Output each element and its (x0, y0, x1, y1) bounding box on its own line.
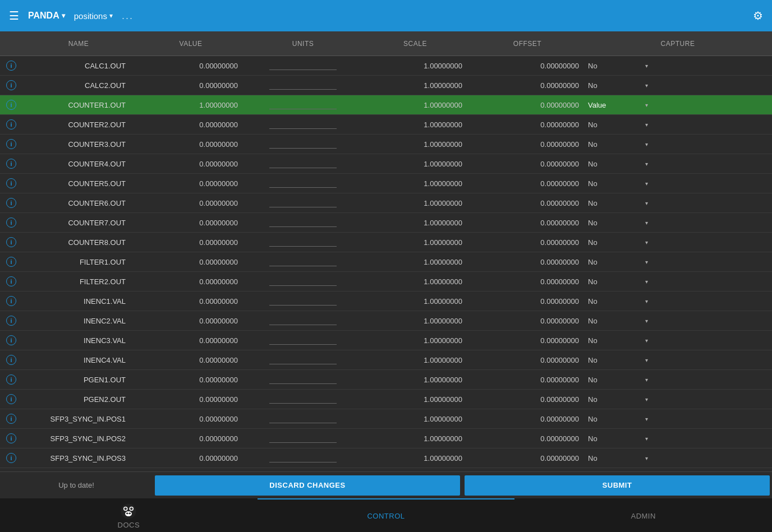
view-name-dropdown[interactable]: positions ▾ (74, 11, 113, 21)
capture-select[interactable]: NoValueDiffSumMeanMinMaxMin MaxMin Max M… (588, 179, 644, 188)
units-cell[interactable] (247, 140, 359, 149)
capture-cell[interactable]: NoValueDiffSumMeanMinMaxMin MaxMin Max M… (583, 121, 772, 129)
capture-select[interactable]: NoValueDiffSumMeanMinMaxMin MaxMin Max M… (588, 81, 644, 90)
info-icon[interactable]: i (6, 119, 16, 129)
units-cell[interactable] (247, 454, 359, 462)
capture-cell[interactable]: NoValueDiffSumMeanMinMaxMin MaxMin Max M… (583, 81, 772, 90)
units-cell[interactable] (247, 159, 359, 168)
capture-select[interactable]: NoValueDiffSumMeanMinMaxMin MaxMin Max M… (588, 376, 644, 384)
units-input[interactable] (269, 395, 337, 404)
capture-select[interactable]: NoValueDiffSumMeanMinMaxMin MaxMin Max M… (588, 62, 644, 70)
units-cell[interactable] (247, 355, 359, 364)
capture-cell[interactable]: NoValueDiffSumMeanMinMaxMin MaxMin Max M… (583, 238, 772, 247)
capture-select[interactable]: NoValueDiffSumMeanMinMaxMin MaxMin Max M… (588, 199, 644, 207)
capture-cell[interactable]: NoValueDiffSumMeanMinMaxMin MaxMin Max M… (583, 297, 772, 306)
capture-cell[interactable]: NoValueDiffSumMeanMinMaxMin MaxMin Max M… (583, 277, 772, 286)
info-icon[interactable]: i (6, 80, 16, 90)
capture-select[interactable]: NoValueDiffSumMeanMinMaxMin MaxMin Max M… (588, 395, 644, 404)
capture-cell[interactable]: NoValueDiffSumMeanMinMaxMin MaxMin Max M… (583, 356, 772, 364)
units-input[interactable] (269, 316, 337, 325)
units-input[interactable] (269, 375, 337, 384)
capture-cell[interactable]: NoValueDiffSumMeanMinMaxMin MaxMin Max M… (583, 199, 772, 207)
units-cell[interactable] (247, 316, 359, 325)
info-icon[interactable]: i (6, 139, 16, 149)
discard-changes-button[interactable]: DISCARD CHANGES (155, 475, 460, 496)
units-input[interactable] (269, 81, 337, 90)
hamburger-icon[interactable]: ☰ (9, 9, 19, 22)
units-cell[interactable] (247, 277, 359, 286)
units-input[interactable] (269, 297, 337, 306)
capture-cell[interactable]: NoValueDiffSumMeanMinMaxMin MaxMin Max M… (583, 179, 772, 188)
capture-cell[interactable]: NoValueDiffSumMeanMinMaxMin MaxMin Max M… (583, 434, 772, 443)
info-icon[interactable]: i (6, 433, 16, 443)
units-input[interactable] (269, 140, 337, 149)
units-cell[interactable] (247, 375, 359, 384)
capture-select[interactable]: NoValueDiffSumMeanMinMaxMin MaxMin Max M… (588, 297, 644, 306)
units-cell[interactable] (247, 238, 359, 247)
units-input[interactable] (269, 198, 337, 207)
units-input[interactable] (269, 61, 337, 70)
units-cell[interactable] (247, 218, 359, 227)
capture-select[interactable]: NoValueDiffSumMeanMinMaxMin MaxMin Max M… (588, 317, 644, 325)
units-input[interactable] (269, 434, 337, 443)
units-cell[interactable] (247, 297, 359, 306)
info-icon[interactable]: i (6, 453, 16, 463)
capture-select[interactable]: NoValueDiffSumMeanMinMaxMin MaxMin Max M… (588, 219, 644, 227)
info-icon[interactable]: i (6, 61, 16, 71)
units-cell[interactable] (247, 257, 359, 266)
capture-select[interactable]: NoValueDiffSumMeanMinMaxMin MaxMin Max M… (588, 434, 644, 443)
capture-select[interactable]: NoValueDiffSumMeanMinMaxMin MaxMin Max M… (588, 121, 644, 129)
info-icon[interactable]: i (6, 335, 16, 345)
units-cell[interactable] (247, 100, 359, 109)
units-cell[interactable] (247, 336, 359, 345)
units-input[interactable] (269, 218, 337, 227)
info-icon[interactable]: i (6, 374, 16, 385)
info-icon[interactable]: i (6, 355, 16, 365)
units-cell[interactable] (247, 81, 359, 90)
capture-select[interactable]: NoValueDiffSumMeanMinMaxMin MaxMin Max M… (588, 277, 644, 286)
units-cell[interactable] (247, 198, 359, 207)
capture-cell[interactable]: NoValueDiffSumMeanMinMaxMin MaxMin Max M… (583, 258, 772, 266)
units-input[interactable] (269, 277, 337, 286)
units-input[interactable] (269, 238, 337, 247)
info-icon[interactable]: i (6, 414, 16, 424)
capture-cell[interactable]: NoValueDiffSumMeanMinMaxMin MaxMin Max M… (583, 140, 772, 149)
capture-cell[interactable]: NoValueDiffSumMeanMinMaxMin MaxMin Max M… (583, 160, 772, 168)
capture-cell[interactable]: NoValueDiffSumMeanMinMaxMin MaxMin Max M… (583, 395, 772, 404)
info-icon[interactable]: i (6, 198, 16, 208)
capture-select[interactable]: NoValueDiffSumMeanMinMaxMin MaxMin Max M… (588, 336, 644, 345)
units-cell[interactable] (247, 414, 359, 423)
capture-cell[interactable]: NoValueDiffSumMeanMinMaxMin MaxMin Max M… (583, 415, 772, 423)
capture-select[interactable]: NoValueDiffSumMeanMinMaxMin MaxMin Max M… (588, 101, 644, 109)
capture-select[interactable]: NoValueDiffSumMeanMinMaxMin MaxMin Max M… (588, 140, 644, 149)
units-cell[interactable] (247, 395, 359, 404)
capture-select[interactable]: NoValueDiffSumMeanMinMaxMin MaxMin Max M… (588, 415, 644, 423)
units-input[interactable] (269, 257, 337, 266)
units-input[interactable] (269, 179, 337, 188)
info-icon[interactable]: i (6, 159, 16, 169)
info-icon[interactable]: i (6, 316, 16, 326)
capture-cell[interactable]: NoValueDiffSumMeanMinMaxMin MaxMin Max M… (583, 62, 772, 70)
capture-select[interactable]: NoValueDiffSumMeanMinMaxMin MaxMin Max M… (588, 160, 644, 168)
units-input[interactable] (269, 454, 337, 462)
info-icon[interactable]: i (6, 218, 16, 228)
capture-select[interactable]: NoValueDiffSumMeanMinMaxMin MaxMin Max M… (588, 258, 644, 266)
units-input[interactable] (269, 100, 337, 109)
app-name-dropdown[interactable]: PANDA ▾ (28, 11, 65, 21)
info-icon[interactable]: i (6, 394, 16, 404)
info-icon[interactable]: i (6, 100, 16, 110)
units-cell[interactable] (247, 61, 359, 70)
capture-cell[interactable]: NoValueDiffSumMeanMinMaxMin MaxMin Max M… (583, 219, 772, 227)
info-icon[interactable]: i (6, 178, 16, 188)
capture-cell[interactable]: NoValueDiffSumMeanMinMaxMin MaxMin Max M… (583, 376, 772, 384)
units-input[interactable] (269, 355, 337, 364)
bottom-nav-item-docs[interactable]: DOCS (0, 498, 258, 532)
more-options[interactable]: ... (122, 10, 134, 22)
info-icon[interactable]: i (6, 296, 16, 306)
submit-button[interactable]: SUBMIT (465, 475, 770, 496)
bottom-nav-item-control[interactable]: CONTROL (258, 498, 515, 532)
capture-cell[interactable]: NoValueDiffSumMeanMinMaxMin MaxMin Max M… (583, 317, 772, 325)
capture-select[interactable]: NoValueDiffSumMeanMinMaxMin MaxMin Max M… (588, 454, 644, 462)
units-input[interactable] (269, 336, 337, 345)
units-cell[interactable] (247, 179, 359, 188)
